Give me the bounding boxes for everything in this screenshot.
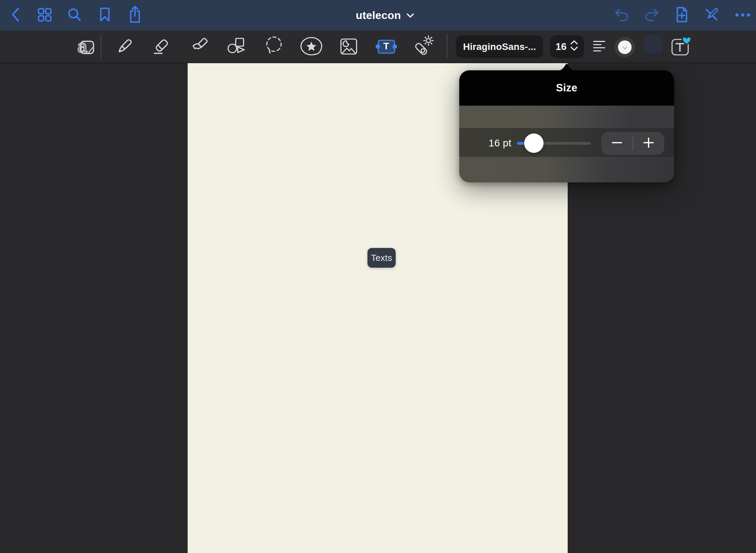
popover-arrow — [557, 63, 576, 71]
increase-size-button[interactable] — [633, 132, 665, 155]
minus-icon — [612, 138, 622, 149]
chevron-up-down-icon — [570, 40, 579, 54]
toolbar-divider-right — [447, 34, 447, 59]
redo-icon — [645, 8, 659, 23]
text-box-icon: T — [378, 40, 395, 54]
lasso-tool[interactable] — [262, 31, 286, 63]
chevron-left-icon — [11, 7, 20, 23]
undo-button[interactable] — [614, 9, 629, 22]
shapes-icon — [226, 37, 247, 56]
font-family-label: HiraginoSans-... — [463, 41, 536, 52]
size-slider[interactable] — [517, 142, 590, 145]
grid-icon — [38, 8, 52, 23]
app-screen: utelecon — [0, 0, 756, 553]
lasso-icon — [263, 36, 285, 57]
size-row: 16 pt — [459, 128, 674, 157]
font-family-button[interactable]: HiraginoSans-... — [456, 35, 543, 58]
align-left-icon — [593, 41, 605, 53]
tool-bar: a — [0, 31, 756, 63]
size-value-label: 16 pt — [482, 128, 518, 157]
text-tool[interactable]: T — [374, 31, 398, 63]
pen-tool[interactable] — [112, 31, 137, 63]
thumbnails-button[interactable] — [37, 8, 52, 23]
navigation-bar: utelecon — [0, 0, 756, 31]
text-color-button[interactable] — [615, 37, 635, 57]
image-icon — [339, 37, 359, 56]
decrease-size-button[interactable] — [601, 132, 633, 155]
back-button[interactable] — [10, 7, 21, 23]
pencil-cross-icon — [704, 7, 719, 23]
color-swatch-icon — [618, 40, 632, 54]
text-styles-button[interactable] — [670, 33, 693, 58]
eraser-icon — [150, 37, 174, 56]
search-button[interactable] — [67, 8, 82, 23]
title-chevron-down-icon — [407, 13, 414, 19]
plus-icon — [643, 138, 654, 149]
ellipsis-icon — [735, 12, 751, 18]
bookmark-icon — [100, 7, 110, 23]
pointer-tool[interactable] — [411, 31, 436, 63]
size-popover: Size 16 pt — [459, 70, 674, 182]
size-popover-spacer-bottom — [459, 157, 674, 182]
search-icon — [68, 8, 81, 23]
font-size-button[interactable]: 16 — [550, 35, 584, 58]
size-popover-title: Size — [556, 82, 578, 94]
share-icon — [128, 6, 141, 25]
shapes-tool[interactable] — [224, 31, 249, 63]
more-button[interactable] — [733, 12, 752, 19]
stylus-toggle-button[interactable] — [704, 8, 719, 23]
toolbar-divider-left — [101, 34, 101, 59]
size-popover-spacer-top — [459, 106, 674, 128]
eraser-tool[interactable] — [150, 31, 174, 63]
wand-icon — [412, 35, 435, 58]
text-object[interactable]: Texts — [367, 248, 396, 268]
font-size-value: 16 — [555, 41, 566, 52]
text-object-label: Texts — [371, 253, 392, 263]
text-tool-letter: T — [383, 41, 389, 52]
highlighter-icon — [188, 36, 210, 57]
text-align-button[interactable] — [593, 37, 605, 56]
add-page-button[interactable] — [675, 7, 689, 23]
share-button[interactable] — [128, 5, 142, 25]
highlighter-tool[interactable] — [187, 31, 211, 63]
slider-thumb[interactable] — [524, 133, 544, 153]
keyboard-dismiss-highlight — [644, 35, 662, 54]
add-page-icon — [675, 7, 688, 24]
selection-handle-right — [393, 44, 397, 49]
stickers-tool[interactable] — [299, 31, 324, 63]
sticker-star-icon — [299, 37, 323, 56]
document-title[interactable]: utelecon — [330, 0, 439, 31]
selection-handle-left — [376, 44, 380, 49]
svg-text:a: a — [78, 36, 87, 56]
document-title-label: utelecon — [356, 9, 401, 22]
undo-icon — [615, 8, 629, 23]
size-stepper — [601, 132, 664, 155]
image-tool[interactable] — [337, 31, 361, 63]
pen-icon — [114, 36, 135, 57]
handwriting-aid-tool[interactable]: a — [75, 31, 99, 63]
size-popover-header: Size — [459, 70, 674, 106]
bookmark-button[interactable] — [98, 8, 111, 23]
text-style-heart-icon — [670, 53, 693, 59]
letter-a-pen-icon: a — [75, 36, 99, 57]
redo-button[interactable] — [644, 9, 659, 22]
